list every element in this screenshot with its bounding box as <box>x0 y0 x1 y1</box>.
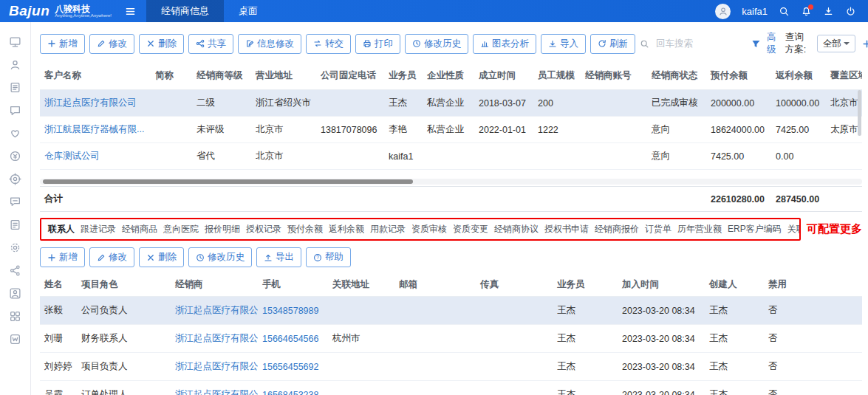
detail-tab[interactable]: 资质审核 <box>409 223 450 236</box>
edit-button[interactable]: 修改 <box>89 34 134 54</box>
detail-tab[interactable]: 关联公司 <box>785 223 801 236</box>
contact-row[interactable]: 吴霞 订单处理人 浙江起点医疗有限公司 16568453238 王杰 2023-… <box>40 381 862 395</box>
horizontal-scrollbar-track[interactable] <box>40 179 862 185</box>
cell-prepaid-balance: 18624000.00 <box>706 117 771 143</box>
add-button[interactable]: 新增 <box>40 34 85 54</box>
detail-tab[interactable]: 报价明细 <box>202 223 243 236</box>
user-avatar[interactable] <box>715 4 731 19</box>
print-button[interactable]: 打印 <box>355 34 400 54</box>
refresh-button[interactable]: 刷新 <box>590 34 635 54</box>
cell-distributor[interactable]: 浙江起点医疗有限公司 <box>171 381 258 395</box>
distributor-row[interactable]: 仓库测试公司 省代 北京市 kaifa1 意向 7425.00 <box>40 143 862 170</box>
info-edit-button[interactable]: 信息修改 <box>238 34 301 54</box>
contact-edit-button[interactable]: 修改 <box>89 247 134 267</box>
delete-button[interactable]: 删除 <box>139 34 184 54</box>
detail-tab[interactable]: 预付余额 <box>284 223 326 236</box>
contact-add-button[interactable]: 新增 <box>40 247 85 267</box>
workbench-icon[interactable] <box>9 333 21 346</box>
cell-email <box>394 325 476 353</box>
power-icon[interactable] <box>845 6 856 17</box>
contact-row[interactable]: 刘婷婷 项目负责人 浙江起点医疗有限公司 15656455692 王杰 2023… <box>40 353 862 381</box>
messages-icon[interactable] <box>9 196 21 208</box>
username-label[interactable]: kaifa1 <box>742 6 768 17</box>
apps-icon[interactable] <box>9 310 21 323</box>
help-button[interactable]: ?帮助 <box>306 247 351 267</box>
detail-tab[interactable]: 返利余额 <box>326 223 367 236</box>
detail-tab[interactable]: 经销商报价 <box>592 223 642 236</box>
advanced-search-link[interactable]: 高级 <box>767 31 779 56</box>
cell-distributor[interactable]: 浙江起点医疗有限公司 <box>171 353 258 381</box>
distributor-row[interactable]: 浙江航晨医疗器械有限... 未评级 北京市 13817078096 李艳 私营企… <box>40 117 862 143</box>
cell-email <box>394 353 476 381</box>
detail-tab[interactable]: 跟进记录 <box>78 223 119 236</box>
print-button-label: 打印 <box>375 38 393 50</box>
distributor-row[interactable]: 贵州 未评级 北京市 李艳 意向 0.00 0.00 <box>40 170 862 178</box>
contact-edit-label: 修改 <box>109 251 127 264</box>
contact-row[interactable]: 张毅 公司负责人 浙江起点医疗有限公司 15348578989 王杰 2023-… <box>40 297 862 325</box>
cell-mobile[interactable]: 15348578989 <box>258 297 328 325</box>
detail-tab[interactable]: 用款记录 <box>367 223 409 236</box>
detail-tab[interactable]: ERP客户编码 <box>725 223 785 236</box>
profile-icon[interactable] <box>9 287 21 300</box>
detail-tab[interactable]: 资质变更 <box>450 223 491 236</box>
news-icon[interactable] <box>9 81 21 94</box>
search-input[interactable] <box>656 38 745 49</box>
cell-contact-name: 张毅 <box>40 297 77 325</box>
distributor-table-wrap: 客户名称简称经销商等级营业地址公司固定电话业务员企业性质成立时间员工规模经销商账… <box>40 62 862 177</box>
chart-analysis-button[interactable]: 图表分析 <box>473 34 536 54</box>
detail-tab[interactable]: 意向医院 <box>160 223 202 236</box>
monitor-icon[interactable] <box>9 35 21 48</box>
cell-customer-name[interactable]: 浙江航晨医疗器械有限... <box>40 117 151 143</box>
chat-icon[interactable] <box>9 104 21 117</box>
import-button[interactable]: 导入 <box>541 34 586 54</box>
favorites-icon[interactable] <box>9 127 21 140</box>
detail-tab[interactable]: 历年营业额 <box>674 223 725 236</box>
cell-enterprise-type: 私营企业 <box>423 90 474 117</box>
totals-rebate: 287450.00 <box>771 187 826 212</box>
cell-distributor[interactable]: 浙江起点医疗有限公司 <box>171 325 258 353</box>
detail-tab[interactable]: 订货单 <box>642 223 674 236</box>
tab-desktop[interactable]: 桌面 <box>224 0 273 22</box>
contact-history-button[interactable]: 修改历史 <box>188 247 252 267</box>
filter-icon[interactable] <box>751 39 760 48</box>
cell-staff-size: 200 <box>533 90 581 117</box>
search-icon[interactable] <box>779 6 790 17</box>
transfer-button[interactable]: 转交 <box>306 34 351 54</box>
detail-tab[interactable]: 授权记录 <box>243 223 284 236</box>
download-icon[interactable] <box>823 6 834 17</box>
horizontal-scrollbar-thumb[interactable] <box>43 179 413 184</box>
cell-founded-date <box>474 170 533 178</box>
query-scheme-select[interactable]: 全部 <box>817 35 856 52</box>
contact-delete-button[interactable]: 删除 <box>139 247 184 267</box>
edit-history-button[interactable]: 修改历史 <box>405 34 468 54</box>
detail-tab[interactable]: 经销商品 <box>119 223 160 236</box>
contact-row[interactable]: 刘珊 财务联系人 浙江起点医疗有限公司 15664654566 杭州市 王杰 2… <box>40 325 862 353</box>
distributor-row[interactable]: 浙江起点医疗有限公司 二级 浙江省绍兴市 王杰 私营企业 2018-03-07 … <box>40 90 862 117</box>
settings-icon[interactable] <box>9 241 21 254</box>
target-icon[interactable] <box>9 173 21 185</box>
cell-mobile[interactable]: 16568453238 <box>258 381 328 395</box>
cell-distributor[interactable]: 浙江起点医疗有限公司 <box>171 297 258 325</box>
detail-tab[interactable]: 授权书申请 <box>541 223 592 236</box>
cell-customer-name[interactable]: 贵州 <box>40 170 151 178</box>
detail-tab[interactable]: 联系人 <box>45 223 78 236</box>
cell-mobile[interactable]: 15656455692 <box>258 353 328 381</box>
forms-icon[interactable] <box>9 219 21 231</box>
finance-icon[interactable] <box>9 150 21 162</box>
cell-status: 意向 <box>647 170 706 178</box>
cell-mobile[interactable]: 15664654566 <box>258 325 328 353</box>
tab-distributor-info[interactable]: 经销商信息 <box>146 0 224 22</box>
export-button[interactable]: 导出 <box>256 247 301 267</box>
add-scheme-icon[interactable] <box>862 39 868 49</box>
menu-toggle-icon[interactable] <box>125 6 136 17</box>
detail-tab[interactable]: 经销商协议 <box>491 223 541 236</box>
bell-icon[interactable] <box>801 6 812 17</box>
cell-customer-name[interactable]: 浙江起点医疗有限公司 <box>40 90 151 117</box>
cell-enterprise-type <box>423 143 474 170</box>
share-icon[interactable] <box>9 264 21 277</box>
vertical-scrollbar[interactable] <box>858 90 861 136</box>
contacts-icon[interactable] <box>9 58 21 71</box>
cell-short-name <box>151 170 192 178</box>
cell-customer-name[interactable]: 仓库测试公司 <box>40 143 151 170</box>
share-button[interactable]: 共享 <box>188 34 233 54</box>
